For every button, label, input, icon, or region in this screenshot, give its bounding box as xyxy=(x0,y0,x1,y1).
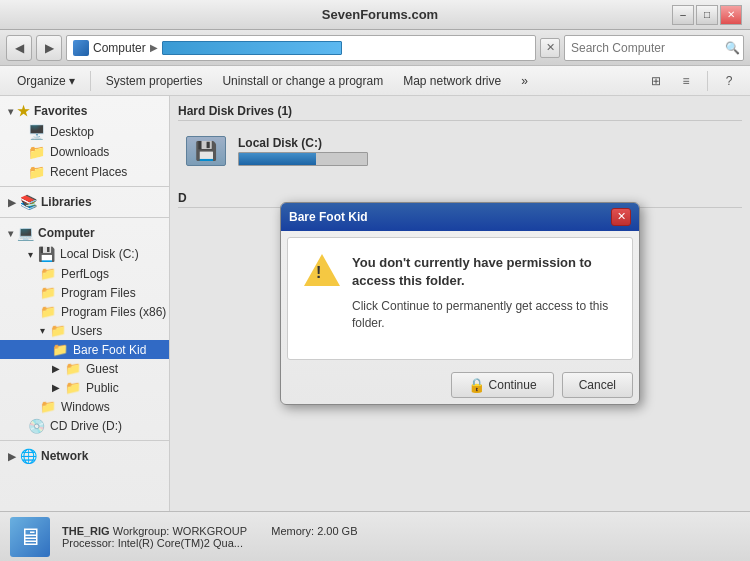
sidebar-item-users[interactable]: ▾ 📁 Users xyxy=(0,321,169,340)
sidebar-divider-2 xyxy=(0,217,169,218)
computer-status-icon: 🖥 xyxy=(10,517,50,557)
sidebar-item-windows[interactable]: 📁 Windows xyxy=(0,397,169,416)
address-progress xyxy=(162,41,342,55)
organize-button[interactable]: Organize ▾ xyxy=(8,69,84,93)
guest-label: Guest xyxy=(86,362,118,376)
sidebar-item-guest[interactable]: ▶ 📁 Guest xyxy=(0,359,169,378)
bare-foot-kid-label: Bare Foot Kid xyxy=(73,343,146,357)
users-icon: 📁 xyxy=(50,323,66,338)
breadcrumb-arrow: ▶ xyxy=(150,42,158,53)
sidebar-item-public[interactable]: ▶ 📁 Public xyxy=(0,378,169,397)
system-properties-button[interactable]: System properties xyxy=(97,69,212,93)
users-label: Users xyxy=(71,324,102,338)
libraries-section: ▶ 📚 Libraries xyxy=(0,191,169,213)
address-clear-button[interactable]: ✕ xyxy=(540,38,560,58)
sidebar-item-downloads[interactable]: 📁 Downloads xyxy=(0,142,169,162)
sidebar-item-perflogs[interactable]: 📁 PerfLogs xyxy=(0,264,169,283)
processor-label: Processor: xyxy=(62,537,115,549)
computer-breadcrumb-icon xyxy=(73,40,89,56)
sidebar-item-recent-places[interactable]: 📁 Recent Places xyxy=(0,162,169,182)
network-arrow: ▶ xyxy=(8,451,16,462)
guest-arrow: ▶ xyxy=(52,363,60,374)
status-bar: 🖥 THE_RIG Workgroup: WORKGROUP Memory: 2… xyxy=(0,511,750,561)
toolbar-separator-1 xyxy=(90,71,91,91)
sidebar-item-desktop[interactable]: 🖥️ Desktop xyxy=(0,122,169,142)
libraries-label: Libraries xyxy=(41,195,92,209)
public-icon: 📁 xyxy=(65,380,81,395)
map-network-button[interactable]: Map network drive xyxy=(394,69,510,93)
local-disk-arrow: ▾ xyxy=(28,249,33,260)
program-files-label: Program Files xyxy=(61,286,136,300)
desktop-label: Desktop xyxy=(50,125,94,139)
help-button[interactable]: ? xyxy=(716,69,742,93)
windows-icon: 📁 xyxy=(40,399,56,414)
computer-icon: 💻 xyxy=(17,225,34,241)
uninstall-program-button[interactable]: Uninstall or change a program xyxy=(213,69,392,93)
sidebar-item-local-disk[interactable]: ▾ 💾 Local Disk (C:) xyxy=(0,244,169,264)
toolbar: Organize ▾ System properties Uninstall o… xyxy=(0,66,750,96)
sidebar-item-bare-foot-kid[interactable]: 📁 Bare Foot Kid xyxy=(0,340,169,359)
sidebar: ▾ ★ Favorites 🖥️ Desktop 📁 Downloads 📁 R… xyxy=(0,96,170,511)
sidebar-item-cd-drive[interactable]: 💿 CD Drive (D:) xyxy=(0,416,169,436)
recent-places-icon: 📁 xyxy=(28,164,45,180)
sidebar-item-program-files[interactable]: 📁 Program Files xyxy=(0,283,169,302)
sidebar-item-program-files-x86[interactable]: 📁 Program Files (x86) xyxy=(0,302,169,321)
permission-dialog: Bare Foot Kid ✕ You don't currently have… xyxy=(280,202,640,406)
libraries-arrow: ▶ xyxy=(8,197,16,208)
local-disk-icon: 💾 xyxy=(38,246,55,262)
processor-value: Intel(R) Core(TM)2 Qua... xyxy=(118,537,243,549)
search-input[interactable] xyxy=(571,41,721,55)
network-header[interactable]: ▶ 🌐 Network xyxy=(0,445,169,467)
search-box: 🔍 xyxy=(564,35,744,61)
windows-label: Windows xyxy=(61,400,110,414)
cancel-button[interactable]: Cancel xyxy=(562,372,633,398)
public-label: Public xyxy=(86,381,119,395)
downloads-icon: 📁 xyxy=(28,144,45,160)
pc-icon: 🖥 xyxy=(18,523,42,551)
favorites-arrow: ▾ xyxy=(8,106,13,117)
recent-places-label: Recent Places xyxy=(50,165,127,179)
network-icon: 🌐 xyxy=(20,448,37,464)
minimize-button[interactable]: – xyxy=(672,5,694,25)
search-icon[interactable]: 🔍 xyxy=(725,41,740,55)
window-title: SevenForums.com xyxy=(88,7,672,22)
program-files-icon: 📁 xyxy=(40,285,56,300)
program-files-x86-icon: 📁 xyxy=(40,304,56,319)
dialog-close-button[interactable]: ✕ xyxy=(611,208,631,226)
dialog-message-main: You don't currently have permission to a… xyxy=(352,254,616,290)
status-bottom-line: Processor: Intel(R) Core(TM)2 Qua... xyxy=(62,537,358,549)
continue-button[interactable]: 🔒 Continue xyxy=(451,372,554,398)
computer-arrow: ▾ xyxy=(8,228,13,239)
status-top-line: THE_RIG Workgroup: WORKGROUP Memory: 2.0… xyxy=(62,525,358,537)
memory-spacer xyxy=(250,525,268,537)
dialog-messages: You don't currently have permission to a… xyxy=(352,254,616,332)
libraries-icon: 📚 xyxy=(20,194,37,210)
cd-drive-label: CD Drive (D:) xyxy=(50,419,122,433)
status-info: THE_RIG Workgroup: WORKGROUP Memory: 2.0… xyxy=(62,525,358,549)
close-button[interactable]: ✕ xyxy=(720,5,742,25)
network-section: ▶ 🌐 Network xyxy=(0,445,169,467)
favorites-header[interactable]: ▾ ★ Favorites xyxy=(0,100,169,122)
forward-button[interactable]: ▶ xyxy=(36,35,62,61)
libraries-header[interactable]: ▶ 📚 Libraries xyxy=(0,191,169,213)
cd-drive-icon: 💿 xyxy=(28,418,45,434)
back-button[interactable]: ◀ xyxy=(6,35,32,61)
breadcrumb-bar[interactable]: Computer ▶ xyxy=(66,35,536,61)
guest-icon: 📁 xyxy=(65,361,81,376)
dialog-title: Bare Foot Kid xyxy=(289,210,368,224)
public-arrow: ▶ xyxy=(52,382,60,393)
view-details-button[interactable]: ≡ xyxy=(673,69,699,93)
users-arrow: ▾ xyxy=(40,325,45,336)
memory-value: 2.00 GB xyxy=(317,525,357,537)
dialog-content: You don't currently have permission to a… xyxy=(304,254,616,332)
maximize-button[interactable]: □ xyxy=(696,5,718,25)
title-bar-controls: – □ ✕ xyxy=(672,5,742,25)
desktop-icon: 🖥️ xyxy=(28,124,45,140)
address-bar: ◀ ▶ Computer ▶ ✕ 🔍 xyxy=(0,30,750,66)
computer-header[interactable]: ▾ 💻 Computer xyxy=(0,222,169,244)
workgroup-value: WORKGROUP xyxy=(172,525,246,537)
view-icons-button[interactable]: ⊞ xyxy=(643,69,669,93)
computer-label: Computer xyxy=(38,226,95,240)
program-files-x86-label: Program Files (x86) xyxy=(61,305,166,319)
more-button[interactable]: » xyxy=(512,69,537,93)
